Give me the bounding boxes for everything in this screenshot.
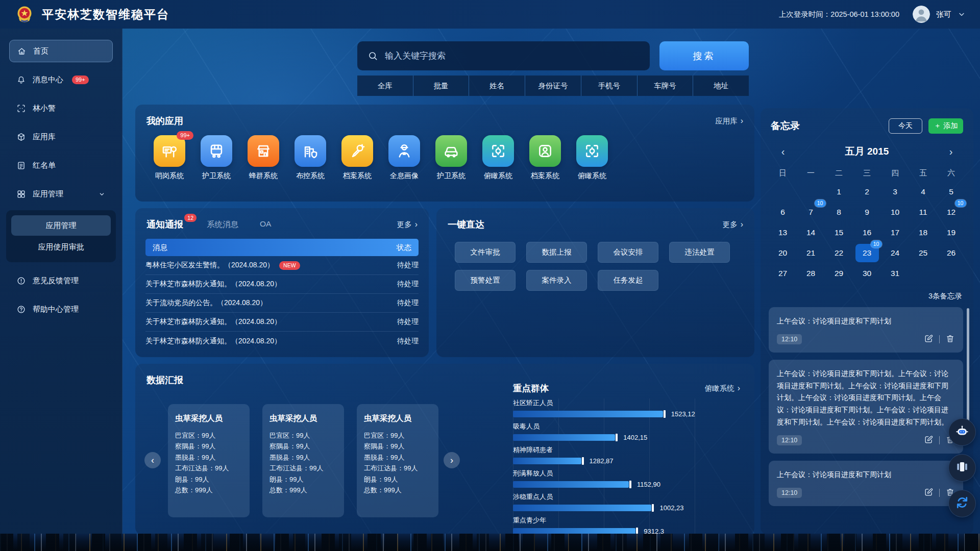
username[interactable]: 张可 bbox=[936, 10, 951, 19]
search-button[interactable]: 搜索 bbox=[659, 41, 749, 70]
notice-row-0[interactable]: 粤林住宅小区发生警情。（2024.08.20） NEW 待处理 bbox=[145, 256, 419, 275]
app-1[interactable]: 护卫系统 bbox=[201, 135, 232, 181]
calendar-day-28[interactable]: 28 bbox=[797, 264, 825, 283]
calendar-day-10[interactable]: 10 bbox=[881, 203, 909, 222]
edit-icon[interactable] bbox=[924, 334, 934, 345]
panel-cards-button[interactable] bbox=[948, 454, 976, 482]
quick-button-5[interactable]: 案件录入 bbox=[526, 270, 587, 291]
app-9[interactable]: 俯瞰系统 bbox=[576, 135, 608, 181]
calendar-day-19[interactable]: 19 bbox=[937, 223, 965, 242]
quick-button-2[interactable]: 会议安排 bbox=[598, 242, 658, 263]
calendar-day-6[interactable]: 6 bbox=[769, 203, 797, 222]
avatar[interactable] bbox=[913, 6, 930, 23]
calendar-day-8[interactable]: 8 bbox=[825, 203, 853, 222]
calendar-day-12[interactable]: 12 10 bbox=[937, 203, 965, 222]
quick-button-1[interactable]: 数据上报 bbox=[526, 242, 587, 263]
calendar-day-9[interactable]: 9 bbox=[853, 203, 881, 222]
search-input[interactable] bbox=[357, 41, 650, 70]
edit-icon[interactable] bbox=[924, 487, 934, 499]
notice-row-2[interactable]: 关于流动党员的公告。（2024.08.20） 待处理 bbox=[145, 294, 419, 313]
next-month-button[interactable]: › bbox=[946, 146, 956, 158]
sidebar-item-7[interactable]: 帮助中心管理 bbox=[9, 298, 113, 320]
notice-row-3[interactable]: 关于林芝市森林防火通知。（2024.08.20） 待处理 bbox=[145, 313, 419, 332]
sidebar-item-1[interactable]: 消息中心 99+ bbox=[9, 68, 113, 91]
notices-more-link[interactable]: 更多 › bbox=[397, 220, 418, 230]
sidebar-item-5[interactable]: 应用管理 bbox=[9, 183, 113, 205]
calendar-day-21[interactable]: 21 bbox=[797, 243, 825, 263]
calendar-day-31[interactable]: 31 bbox=[881, 264, 909, 283]
calendar-day-27[interactable]: 27 bbox=[769, 264, 797, 283]
quick-button-4[interactable]: 预警处置 bbox=[455, 270, 516, 291]
search-tab-3[interactable]: 身份证号 bbox=[525, 76, 581, 96]
sidebar-item-4[interactable]: 红名单 bbox=[9, 154, 113, 177]
calendar-day-13[interactable]: 13 bbox=[769, 223, 797, 242]
search-tab-5[interactable]: 车牌号 bbox=[637, 76, 693, 96]
apps-library-link[interactable]: 应用库 › bbox=[715, 116, 743, 126]
calendar-day-17[interactable]: 17 bbox=[881, 223, 909, 242]
sidebar-item-2[interactable]: 林小警 bbox=[9, 97, 113, 119]
quick-button-6[interactable]: 任务发起 bbox=[598, 270, 658, 291]
add-memo-button[interactable]: ＋添加 bbox=[928, 118, 963, 134]
sidebar-subitem-0[interactable]: 应用管理 bbox=[11, 215, 111, 236]
sidebar-item-0[interactable]: 首页 bbox=[9, 40, 113, 62]
calendar-day-24[interactable]: 24 bbox=[881, 243, 909, 263]
app-3[interactable]: 布控系统 bbox=[295, 135, 326, 181]
calendar-day-11[interactable]: 11 bbox=[909, 203, 937, 222]
tab-oa[interactable]: OA bbox=[260, 219, 271, 230]
quick-access-more-link[interactable]: 更多 › bbox=[723, 220, 743, 230]
report-card-0[interactable]: 虫草采挖人员巴宜区：99人察隅县：99人墨脱县：99人工布江达县：99人朗县：9… bbox=[168, 404, 250, 517]
app-0[interactable]: 99+ 哨岗系统 bbox=[154, 135, 185, 181]
app-5[interactable]: 全息画像 bbox=[388, 135, 420, 181]
calendar-day-30[interactable]: 30 bbox=[853, 264, 881, 283]
calendar-day-16[interactable]: 16 bbox=[853, 223, 881, 242]
ai-robot-button[interactable] bbox=[948, 418, 976, 446]
app-2[interactable]: 蜂群系统 bbox=[248, 135, 279, 181]
search-tab-1[interactable]: 批量 bbox=[413, 76, 469, 96]
calendar-day-26[interactable]: 26 bbox=[937, 243, 965, 263]
app-8[interactable]: 档案系统 bbox=[529, 135, 561, 181]
sidebar-subitem-1[interactable]: 应用使用审批 bbox=[11, 237, 111, 257]
overview-system-link[interactable]: 俯瞰系统 › bbox=[705, 384, 740, 393]
trash-icon[interactable] bbox=[945, 334, 955, 345]
calendar-day-3[interactable]: 3 bbox=[881, 182, 909, 202]
calendar-day-25[interactable]: 25 bbox=[909, 243, 937, 263]
memo-scrollbar[interactable] bbox=[967, 308, 969, 432]
quick-button-0[interactable]: 文件审批 bbox=[455, 242, 516, 263]
search-tab-4[interactable]: 手机号 bbox=[581, 76, 637, 96]
quick-button-3[interactable]: 违法处置 bbox=[669, 242, 730, 263]
chart-row-5: 重点青少年 9312,3 bbox=[513, 516, 740, 535]
today-button[interactable]: 今天 bbox=[889, 118, 922, 134]
app-6[interactable]: 护卫系统 bbox=[435, 135, 467, 181]
calendar-day-14[interactable]: 14 bbox=[797, 223, 825, 242]
calendar-day-15[interactable]: 15 bbox=[825, 223, 853, 242]
calendar-day-29[interactable]: 29 bbox=[825, 264, 853, 283]
sidebar-item-6[interactable]: 意见反馈管理 bbox=[9, 269, 113, 292]
chevron-down-icon[interactable] bbox=[958, 10, 966, 18]
carousel-prev-button[interactable]: ‹ bbox=[144, 452, 161, 468]
prev-month-button[interactable]: ‹ bbox=[778, 146, 788, 158]
tab-system-messages[interactable]: 系统消息 bbox=[207, 219, 238, 230]
report-card-2[interactable]: 虫草采挖人员巴宜区：99人察隅县：99人墨脱县：99人工布江达县：99人朗县：9… bbox=[357, 404, 438, 517]
search-tab-0[interactable]: 全库 bbox=[357, 76, 413, 96]
calendar-day-22[interactable]: 22 bbox=[825, 243, 853, 263]
edit-icon[interactable] bbox=[924, 435, 934, 446]
report-card-1[interactable]: 虫草采挖人员巴宜区：99人察隅县：99人墨脱县：99人工布江达县：99人朗县：9… bbox=[262, 404, 344, 517]
calendar-day-18[interactable]: 18 bbox=[909, 223, 937, 242]
carousel-next-button[interactable]: › bbox=[444, 452, 460, 468]
sidebar-item-3[interactable]: 应用库 bbox=[9, 126, 113, 148]
calendar-day-1[interactable]: 1 bbox=[825, 182, 853, 202]
calendar-day-7[interactable]: 7 10 bbox=[797, 203, 825, 222]
calendar-day-23[interactable]: 23 10 bbox=[853, 243, 881, 263]
app-4[interactable]: 档案系统 bbox=[341, 135, 373, 181]
sync-button[interactable] bbox=[948, 490, 976, 517]
calendar-day-2[interactable]: 2 bbox=[853, 182, 881, 202]
calendar-day-20[interactable]: 20 bbox=[769, 243, 797, 263]
app-7[interactable]: 俯瞰系统 bbox=[482, 135, 514, 181]
notice-text: 关于林芝市森林防火通知。（2024.08.20） bbox=[145, 337, 281, 346]
search-tab-6[interactable]: 地址 bbox=[693, 76, 749, 96]
notice-row-1[interactable]: 关于林芝市森林防火通知。（2024.08.20） 待处理 bbox=[145, 275, 419, 294]
calendar-day-4[interactable]: 4 bbox=[909, 182, 937, 202]
search-tab-2[interactable]: 姓名 bbox=[469, 76, 525, 96]
calendar-day-5[interactable]: 5 bbox=[937, 182, 965, 202]
notice-row-4[interactable]: 关于林芝市森林防火通知。（2024.08.20） 待处理 bbox=[145, 332, 419, 350]
